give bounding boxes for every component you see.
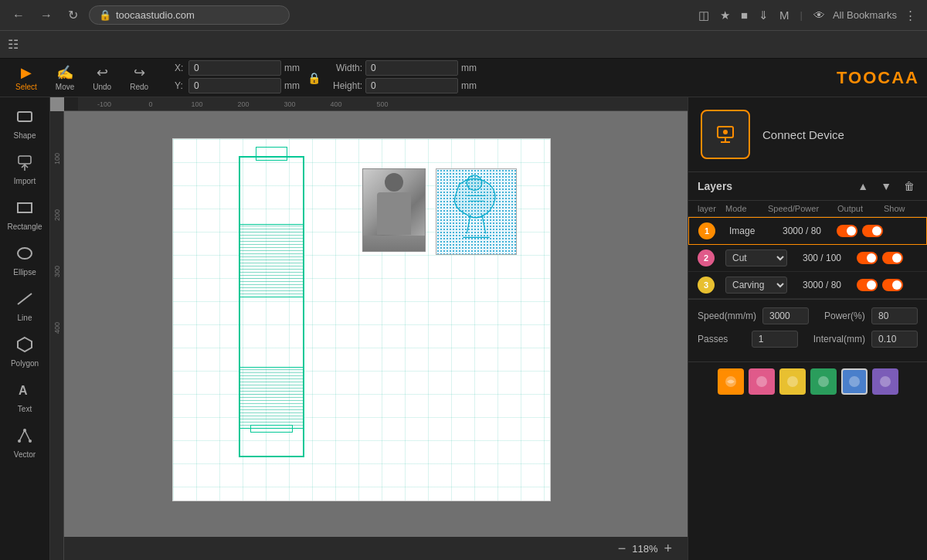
speed-input[interactable] (762, 307, 809, 324)
sidebar-item-rectangle[interactable]: Rectangle (3, 195, 46, 236)
sidebar-item-text[interactable]: A Text (3, 377, 46, 418)
svg-rect-3 (18, 203, 32, 212)
sidebar-item-import[interactable]: Import (3, 149, 46, 190)
layers-header: Layers ▲ ▼ 🗑 (688, 172, 927, 201)
text-icon: A (16, 382, 33, 402)
svg-line-5 (18, 294, 32, 304)
browser-bar: ← → ↻ 🔒 toocaastudio.com ◫ ★ ■ ⇓ M | 👁 A… (0, 0, 927, 31)
col-speed-power: Speed/Power (768, 204, 837, 213)
y-input[interactable] (188, 78, 281, 93)
svg-point-15 (723, 130, 728, 134)
canvas-inner[interactable] (64, 111, 688, 537)
canvas-area: -100 0 100 200 300 400 500 100 200 300 4… (50, 97, 688, 560)
connect-section: Connect Device (688, 97, 927, 172)
output-toggle-2[interactable] (857, 252, 878, 264)
extensions-button[interactable]: ■ (738, 5, 751, 25)
output-toggle-3[interactable] (857, 279, 878, 291)
zoom-level: 118% (632, 543, 657, 555)
x-input[interactable] (188, 60, 281, 76)
layer-speed-1: 3000 / 80 (767, 226, 837, 236)
line-label: Line (18, 314, 32, 322)
power-input[interactable] (871, 307, 918, 324)
zoom-out-button[interactable]: − (618, 541, 626, 557)
layers-delete-button[interactable]: 🗑 (901, 178, 918, 194)
zoom-in-button[interactable]: + (664, 541, 672, 557)
layer-toggles-1 (837, 225, 883, 237)
svg-point-18 (787, 376, 798, 387)
undo-button[interactable]: ↩ Undo (85, 61, 119, 94)
svg-point-11 (467, 175, 482, 191)
palette-yellow[interactable] (779, 368, 806, 395)
show-toggle-1[interactable] (862, 225, 883, 237)
move-label: Move (56, 83, 74, 91)
rectangle-icon (16, 199, 33, 220)
polygon-label: Polygon (11, 359, 39, 368)
layer-num-1: 1 (698, 222, 715, 239)
layers-up-button[interactable]: ▲ (854, 178, 871, 194)
bookmark-icon: 👁 (810, 5, 828, 25)
coords-section: X: mm Y: mm 🔒 Width: mm Height: mm (175, 60, 477, 96)
layer-num-3: 3 (698, 277, 715, 294)
line-icon (16, 290, 33, 311)
left-sidebar: Shape Import Rectangle Ellipse Line (0, 97, 50, 560)
redo-button[interactable]: ↪ Redo (122, 61, 156, 94)
show-toggle-3[interactable] (882, 279, 903, 291)
screen-cast-button[interactable]: ◫ (695, 5, 712, 25)
output-toggle-1[interactable] (837, 225, 857, 237)
svg-point-20 (849, 376, 860, 387)
interval-input[interactable] (871, 331, 918, 348)
ruler-top: -100 0 100 200 300 400 500 (64, 97, 688, 111)
bottle-cap (256, 147, 287, 161)
sidebar-item-ellipse[interactable]: Ellipse (3, 240, 46, 281)
sidebar-item-vector[interactable]: Vector (3, 423, 46, 463)
col-output: Output (837, 204, 884, 213)
table-row[interactable]: 2 Cut Image Carving 300 / 100 (688, 245, 927, 272)
bookmark-star-button[interactable]: ★ (717, 5, 733, 25)
height-input[interactable] (365, 78, 458, 93)
connect-device-button[interactable] (701, 110, 750, 159)
passes-label: Passes (698, 334, 745, 344)
shape-icon (16, 108, 33, 129)
lock-button[interactable]: 🔒 (307, 72, 321, 84)
undo-label: Undo (93, 83, 111, 91)
svg-point-9 (18, 440, 21, 443)
select-label: Select (15, 83, 37, 91)
palette-blue[interactable] (841, 368, 868, 395)
palette-pink[interactable] (749, 368, 775, 395)
logo-section: TOOCAA (837, 68, 919, 88)
svg-point-10 (29, 440, 32, 443)
forward-button[interactable]: → (36, 5, 57, 25)
logo-text: TOOCAA (837, 68, 919, 87)
reload-button[interactable]: ↻ (63, 5, 83, 25)
connect-label: Connect Device (762, 128, 844, 141)
layer-mode-select-2[interactable]: Cut Image Carving (725, 249, 787, 266)
download-button[interactable]: ⇓ (756, 5, 772, 25)
table-row[interactable]: 3 Carving Image Cut 3000 / 80 (688, 272, 927, 299)
x-label: X: (175, 63, 185, 73)
menu-button[interactable]: ⋮ (902, 5, 919, 25)
show-toggle-2[interactable] (882, 252, 903, 264)
profile-button[interactable]: M (776, 5, 793, 25)
url-bar[interactable]: 🔒 toocaastudio.com (89, 5, 290, 25)
passes-input[interactable] (752, 331, 798, 348)
layer-mode-select-3[interactable]: Carving Image Cut (725, 277, 787, 294)
palette-purple[interactable] (872, 368, 898, 395)
rectangle-label: Rectangle (7, 222, 42, 231)
import-label: Import (14, 177, 36, 185)
polygon-icon (16, 336, 33, 357)
width-input[interactable] (365, 60, 458, 76)
tab-grid-button[interactable]: ☷ (8, 37, 19, 52)
svg-rect-1 (19, 156, 31, 164)
sidebar-item-polygon[interactable]: Polygon (3, 331, 46, 372)
select-tool-button[interactable]: ▶ Select (8, 61, 45, 94)
sidebar-item-line[interactable]: Line (3, 286, 46, 327)
table-row[interactable]: 1 Image 3000 / 80 (688, 217, 927, 245)
layer-toggles-3 (857, 279, 903, 291)
move-tool-button[interactable]: ✍ Move (48, 61, 82, 94)
sidebar-item-shape[interactable]: Shape (3, 104, 46, 144)
palette-orange[interactable] (718, 368, 744, 395)
layers-down-button[interactable]: ▼ (878, 178, 895, 194)
svg-marker-6 (18, 338, 32, 351)
palette-green[interactable] (810, 368, 837, 395)
back-button[interactable]: ← (8, 5, 29, 25)
